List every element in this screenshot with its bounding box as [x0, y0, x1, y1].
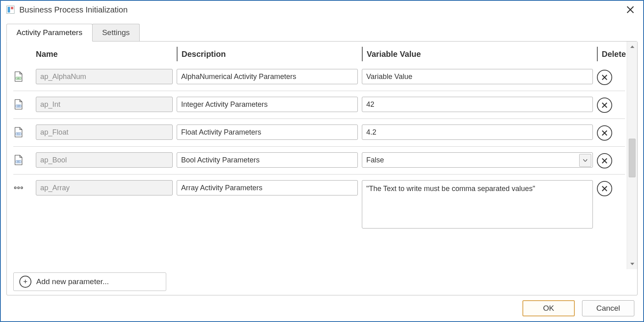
tab-settings[interactable]: Settings: [92, 24, 140, 41]
tab-activity-parameters[interactable]: Activity Parameters: [6, 24, 93, 42]
delete-row-button[interactable]: [597, 98, 612, 113]
scroll-down-arrow-icon[interactable]: [627, 260, 637, 268]
parameters-content: Name Description Variable Value Delete: [7, 42, 627, 269]
tab-label: Activity Parameters: [17, 28, 83, 37]
plus-icon: +: [19, 276, 31, 288]
scroll-up-arrow-icon[interactable]: [627, 43, 637, 50]
type-file-float-icon: 0.1: [13, 126, 24, 138]
value-select[interactable]: [362, 152, 593, 168]
ok-label: OK: [543, 304, 554, 312]
name-field[interactable]: [36, 125, 173, 140]
col-header-name: Name: [36, 47, 173, 61]
cancel-button[interactable]: Cancel: [582, 300, 634, 316]
ok-button[interactable]: OK: [522, 300, 575, 316]
chevron-down-icon[interactable]: [579, 154, 591, 167]
type-array-dots-icon: [13, 182, 24, 194]
name-field[interactable]: [36, 97, 173, 112]
description-field[interactable]: [177, 125, 358, 140]
delete-row-button[interactable]: [597, 70, 612, 85]
header-row: Name Description Variable Value Delete: [13, 45, 625, 63]
dialog-body: Activity Parameters Settings Name Descri…: [1, 19, 643, 295]
tab-panel: Name Description Variable Value Delete: [6, 41, 638, 295]
col-header-description: Description: [177, 47, 358, 61]
svg-text:0/1: 0/1: [17, 161, 20, 163]
parameter-row: abc: [13, 63, 625, 91]
description-field[interactable]: [177, 152, 358, 168]
description-field[interactable]: [177, 97, 358, 112]
vertical-scrollbar[interactable]: [627, 42, 637, 269]
tab-label: Settings: [102, 28, 130, 37]
dialog-window: Business Process Initialization Activity…: [0, 0, 644, 322]
svg-text:abc: abc: [17, 77, 20, 79]
col-header-delete: Delete: [597, 47, 625, 61]
window-title: Business Process Initialization: [19, 5, 623, 15]
cancel-label: Cancel: [596, 304, 620, 312]
parameter-row: 0/1: [13, 147, 625, 175]
type-file-bool-icon: 0/1: [13, 154, 24, 166]
close-button[interactable]: [623, 2, 638, 17]
parameter-row: 0.1: [13, 119, 625, 147]
add-parameter-label: Add new parameter...: [36, 277, 109, 286]
delete-row-button[interactable]: [597, 181, 612, 196]
parameters-grid: Name Description Variable Value Delete: [13, 45, 625, 236]
svg-point-22: [18, 187, 20, 189]
parameter-row: 123: [13, 91, 625, 119]
tab-strip: Activity Parameters Settings: [6, 24, 638, 41]
add-parameter-button[interactable]: + Add new parameter...: [13, 272, 166, 291]
svg-point-23: [21, 187, 23, 189]
col-header-value: Variable Value: [362, 47, 593, 61]
name-field[interactable]: [36, 152, 173, 168]
titlebar: Business Process Initialization: [1, 1, 643, 19]
name-field[interactable]: [36, 180, 173, 195]
svg-text:123: 123: [17, 105, 20, 107]
type-file-123-icon: 123: [13, 98, 24, 110]
value-field[interactable]: [362, 97, 593, 112]
value-field[interactable]: [362, 125, 593, 140]
type-file-abc-icon: abc: [13, 71, 24, 83]
delete-row-button[interactable]: [597, 153, 612, 168]
svg-text:0.1: 0.1: [17, 133, 20, 135]
description-field[interactable]: [177, 69, 358, 84]
svg-rect-1: [8, 7, 10, 12]
parameter-row: [13, 175, 625, 236]
scrollbar-track[interactable]: [627, 50, 637, 260]
scroll-area: Name Description Variable Value Delete: [7, 42, 637, 269]
name-field[interactable]: [36, 69, 173, 84]
svg-point-21: [14, 187, 17, 189]
app-icon: [6, 6, 14, 14]
dialog-footer: OK Cancel: [1, 295, 643, 321]
delete-row-button[interactable]: [597, 125, 612, 141]
svg-rect-2: [11, 7, 13, 9]
description-field[interactable]: [177, 180, 358, 195]
value-textarea[interactable]: [362, 180, 593, 229]
scrollbar-thumb[interactable]: [629, 139, 636, 177]
value-field[interactable]: [362, 69, 593, 84]
